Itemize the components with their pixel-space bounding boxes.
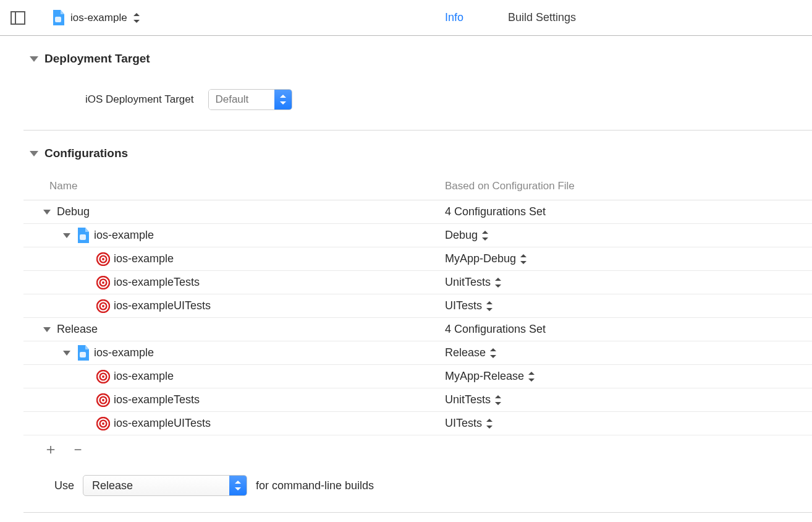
target-name: ios-example (114, 252, 174, 265)
project-config-name: ios-example (94, 346, 154, 359)
config-name: Release (57, 323, 98, 336)
disclosure-triangle-icon[interactable] (30, 151, 38, 156)
select-value: Release (83, 479, 229, 492)
config-footer-actions: ＋ － (23, 435, 812, 463)
disclosure-triangle-icon[interactable] (30, 56, 38, 62)
config-summary: 4 Configurations Set (445, 205, 546, 218)
panel-toggle-icon[interactable] (10, 10, 26, 26)
section-title-configurations: Configurations (44, 147, 128, 160)
config-file[interactable]: Release (445, 346, 486, 359)
target-icon (96, 370, 110, 383)
target-name: ios-exampleTests (114, 393, 200, 406)
stepper-icon (486, 419, 493, 429)
column-header-name: Name (49, 180, 445, 192)
target-icon (96, 417, 110, 430)
stepper-icon (489, 348, 497, 358)
use-suffix: for command-line builds (256, 479, 374, 492)
add-config-button[interactable]: ＋ (43, 439, 56, 459)
config-target-row[interactable]: ios-example MyApp-Release (23, 365, 812, 388)
stepper-icon (494, 278, 502, 288)
svg-rect-4 (11, 12, 25, 24)
disclosure-triangle-icon[interactable] (43, 210, 51, 215)
editor-top-bar: ios-example Info Build Settings (0, 0, 812, 36)
target-name: ios-exampleTests (114, 276, 200, 289)
use-label: Use (54, 479, 74, 492)
config-summary: 4 Configurations Set (445, 323, 546, 336)
target-icon (96, 299, 110, 313)
config-file[interactable]: MyApp-Debug (445, 252, 516, 265)
config-file[interactable]: UITests (445, 417, 482, 430)
target-name: ios-exampleUITests (114, 417, 211, 430)
chevron-updown-icon (234, 481, 242, 490)
project-icon (77, 345, 90, 361)
remove-config-button[interactable]: － (70, 439, 83, 459)
config-target-row[interactable]: ios-exampleUITests UITests (23, 294, 812, 318)
config-file[interactable]: UnitTests (445, 393, 491, 406)
config-target-row[interactable]: ios-exampleUITests UITests (23, 412, 812, 435)
stepper-icon (528, 372, 535, 382)
config-project-row[interactable]: ios-example Debug (23, 224, 812, 247)
config-row-debug[interactable]: Debug 4 Configurations Set (23, 200, 812, 224)
tab-info[interactable]: Info (441, 9, 467, 27)
stepper-icon (494, 395, 502, 405)
config-project-row[interactable]: ios-example Release (23, 341, 812, 365)
config-target-row[interactable]: ios-exampleTests UnitTests (23, 271, 812, 294)
target-name: ios-example (114, 370, 174, 383)
disclosure-triangle-icon[interactable] (63, 233, 70, 238)
project-name: ios-example (70, 12, 127, 24)
editor-tabs: Info Build Settings (441, 9, 580, 27)
configurations-section: Configurations Name Based on Configurati… (23, 130, 812, 513)
config-file[interactable]: UITests (445, 299, 482, 312)
config-file[interactable]: UnitTests (445, 276, 491, 289)
svg-rect-5 (11, 12, 15, 24)
project-icon (77, 228, 90, 244)
chevron-updown-icon (279, 95, 287, 105)
use-for-cli-row: Use Release for command-line builds (23, 463, 812, 512)
deployment-target-section: Deployment Target iOS Deployment Target (23, 36, 812, 130)
tab-build-settings[interactable]: Build Settings (504, 9, 580, 27)
stepper-icon (481, 231, 489, 241)
disclosure-triangle-icon[interactable] (43, 327, 51, 332)
stepper-icon (520, 254, 527, 264)
config-file[interactable]: Debug (445, 229, 478, 242)
section-title-deployment: Deployment Target (44, 52, 150, 66)
configurations-table: Name Based on Configuration File Debug 4… (23, 173, 812, 435)
project-icon (52, 10, 66, 26)
config-row-release[interactable]: Release 4 Configurations Set (23, 318, 812, 341)
stepper-icon (486, 301, 493, 311)
target-icon (96, 276, 110, 289)
stepper-icon (132, 13, 141, 23)
config-target-row[interactable]: ios-exampleTests UnitTests (23, 388, 812, 412)
ios-deployment-target-input[interactable] (209, 90, 274, 109)
cli-build-config-select[interactable]: Release (83, 475, 247, 496)
target-icon (96, 393, 110, 407)
target-icon (96, 252, 110, 266)
ios-deployment-target-combo[interactable] (208, 89, 292, 110)
disclosure-triangle-icon[interactable] (63, 351, 70, 356)
target-name: ios-exampleUITests (114, 299, 211, 312)
project-config-name: ios-example (94, 229, 154, 242)
combo-dropdown-button[interactable] (274, 90, 292, 109)
project-selector[interactable]: ios-example (52, 10, 141, 26)
ios-deployment-target-label: iOS Deployment Target (85, 93, 193, 106)
config-file[interactable]: MyApp-Release (445, 370, 524, 383)
config-name: Debug (57, 205, 90, 218)
select-dropdown-button[interactable] (229, 476, 247, 495)
column-header-file: Based on Configuration File (445, 180, 812, 192)
config-target-row[interactable]: ios-example MyApp-Debug (23, 247, 812, 271)
